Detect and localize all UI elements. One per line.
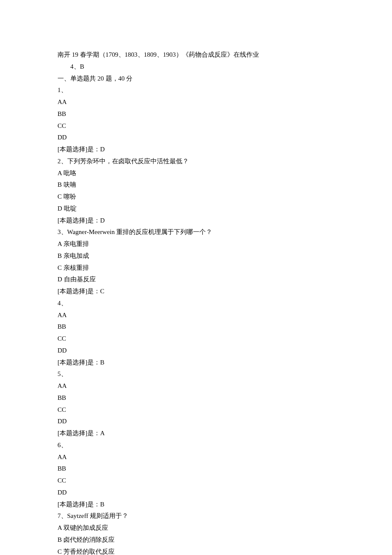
question-answer: [本题选择]是：D — [58, 144, 339, 156]
question-option: C 芳香烃的取代反应 — [58, 546, 339, 555]
question-option: D 自由基反应 — [58, 274, 339, 286]
question-answer: [本题选择]是：A — [58, 428, 339, 439]
question-option: BB — [58, 321, 339, 333]
question-stem: 1、 — [58, 84, 339, 96]
question-option: BB — [58, 392, 339, 404]
question-option: AA — [58, 96, 339, 108]
question-option: C 亲核重排 — [58, 262, 339, 274]
question-answer: [本题选择]是：D — [58, 215, 339, 227]
question-option: AA — [58, 451, 339, 463]
question-option: DD — [58, 132, 339, 144]
page-title: 南开 19 春学期（1709、1803、1809、1903）《药物合成反应》在线… — [58, 49, 339, 61]
question-option: AA — [58, 380, 339, 392]
question-stem: 3、Wagner-Meerwein 重排的反应机理属于下列哪一个？ — [58, 226, 339, 238]
question-option: BB — [58, 463, 339, 475]
question-stem: 2、下列芳杂环中，在卤取代反应中活性最低？ — [58, 156, 339, 168]
document-page: 南开 19 春学期（1709、1803、1809、1903）《药物合成反应》在线… — [0, 0, 392, 555]
question-stem: 5、 — [58, 368, 339, 380]
question-answer: [本题选择]是：C — [58, 286, 339, 298]
question-option: A 亲电重排 — [58, 238, 339, 250]
question-option: A 吡咯 — [58, 168, 339, 179]
section-heading: 一、单选题共 20 题，40 分 — [58, 73, 339, 85]
question-option: BB — [58, 108, 339, 120]
question-option: AA — [58, 309, 339, 321]
question-option: CC — [58, 475, 339, 487]
question-option: D 吡啶 — [58, 203, 339, 215]
question-stem: 4、 — [58, 298, 339, 309]
question-answer: [本题选择]是：B — [58, 357, 339, 369]
header-subline: 4、B — [58, 61, 339, 73]
question-option: CC — [58, 333, 339, 345]
question-option: B 呋喃 — [58, 179, 339, 191]
question-option: DD — [58, 416, 339, 428]
question-option: CC — [58, 404, 339, 416]
question-option: B 卤代烃的消除反应 — [58, 534, 339, 546]
question-stem: 6、 — [58, 439, 339, 451]
question-option: DD — [58, 487, 339, 499]
question-answer: [本题选择]是：B — [58, 499, 339, 511]
question-stem: 7、Saytzeff 规则适用于？ — [58, 510, 339, 522]
question-option: B 亲电加成 — [58, 250, 339, 262]
question-option: CC — [58, 120, 339, 132]
question-option: DD — [58, 345, 339, 357]
question-option: C 噻吩 — [58, 191, 339, 203]
question-option: A 双键的加成反应 — [58, 522, 339, 534]
